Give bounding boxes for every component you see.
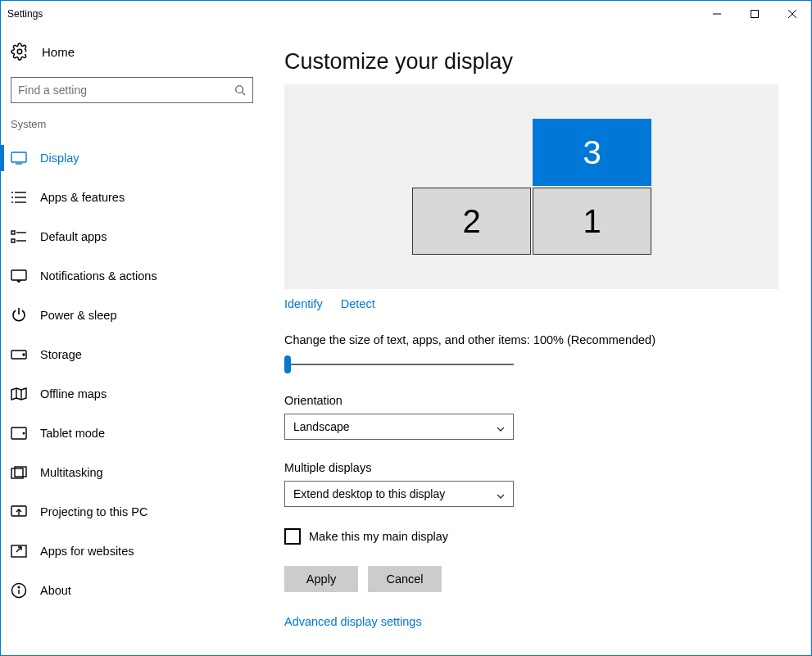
main-panel: Customize your display 3 2 1 Identify De… [263, 26, 811, 655]
nav-label: Multitasking [40, 466, 103, 479]
nav-notifications[interactable]: Notifications & actions [1, 256, 263, 296]
multiple-displays-value: Extend desktop to this display [293, 487, 445, 500]
project-icon [11, 504, 27, 519]
slider-track [284, 364, 514, 365]
monitor-2-label: 2 [462, 203, 480, 240]
nav-label: Apps for websites [40, 545, 134, 558]
nav-storage[interactable]: Storage [1, 335, 263, 374]
nav-label: Projecting to this PC [40, 505, 147, 518]
identify-link[interactable]: Identify [284, 297, 323, 310]
nav-label: Apps & features [40, 191, 125, 204]
svg-rect-7 [11, 152, 26, 162]
make-main-label: Make this my main display [309, 530, 448, 543]
identify-detect-row: Identify Detect [284, 297, 778, 310]
scale-slider[interactable] [284, 353, 514, 376]
nav-display[interactable]: Display [1, 138, 263, 178]
monitor-3-label: 3 [583, 134, 601, 171]
nav-label: Offline maps [40, 387, 107, 400]
cancel-button[interactable]: Cancel [368, 566, 442, 592]
maximize-button[interactable] [736, 1, 773, 26]
nav-label: Notifications & actions [40, 269, 157, 283]
sidebar: Home System Display Apps & f [1, 26, 263, 655]
multiple-displays-label: Multiple displays [284, 461, 778, 474]
search-input[interactable] [18, 84, 234, 97]
settings-window: Settings Home [0, 0, 812, 656]
defaults-icon [11, 229, 27, 244]
minimize-icon [713, 10, 721, 18]
apply-button[interactable]: Apply [284, 566, 358, 592]
chevron-down-icon [497, 423, 505, 431]
nav-apps-websites[interactable]: Apps for websites [1, 532, 263, 571]
search-wrap [1, 77, 263, 118]
orientation-select[interactable]: Landscape [284, 414, 514, 440]
minimize-button[interactable] [698, 1, 736, 26]
nav-label: Storage [40, 348, 82, 361]
storage-icon [11, 347, 27, 362]
tablet-icon [11, 426, 27, 441]
nav-default-apps[interactable]: Default apps [1, 217, 263, 256]
nav-label: Display [40, 152, 79, 165]
svg-line-6 [243, 93, 246, 96]
nav-list: Display Apps & features Default apps Not… [1, 138, 263, 610]
apply-cancel-row: Apply Cancel [284, 566, 778, 592]
close-icon [788, 10, 796, 18]
nav-about[interactable]: About [1, 571, 263, 610]
slider-thumb[interactable] [284, 355, 291, 373]
power-icon [11, 308, 27, 323]
advanced-display-link[interactable]: Advanced display settings [284, 615, 778, 628]
launch-icon [11, 544, 27, 559]
scale-label: Change the size of text, apps, and other… [284, 333, 778, 346]
svg-point-26 [23, 432, 25, 434]
monitor-3[interactable]: 3 [533, 119, 651, 186]
display-icon [11, 151, 27, 165]
notification-icon [11, 269, 27, 283]
nav-label: Default apps [40, 230, 107, 243]
orientation-label: Orientation [284, 394, 778, 407]
multiple-displays-select[interactable]: Extend desktop to this display [284, 481, 514, 507]
nav-multitasking[interactable]: Multitasking [1, 453, 263, 492]
close-button[interactable] [773, 1, 811, 26]
svg-point-4 [17, 49, 22, 54]
multitask-icon [11, 465, 27, 480]
search-box[interactable] [11, 77, 253, 103]
window-controls [698, 1, 811, 26]
page-heading: Customize your display [284, 49, 778, 75]
monitor-2[interactable]: 2 [412, 188, 531, 255]
chevron-down-icon [497, 490, 505, 498]
content-area: Home System Display Apps & f [1, 26, 811, 655]
apply-label: Apply [306, 572, 336, 586]
nav-label: Power & sleep [40, 309, 117, 322]
nav-offline-maps[interactable]: Offline maps [1, 374, 263, 414]
display-arrange-area[interactable]: 3 2 1 [284, 84, 778, 289]
info-icon [11, 583, 27, 598]
nav-label: Tablet mode [40, 427, 105, 440]
nav-power-sleep[interactable]: Power & sleep [1, 296, 263, 335]
map-icon [11, 387, 27, 401]
svg-rect-19 [11, 270, 26, 280]
svg-point-5 [236, 86, 243, 93]
nav-apps-features[interactable]: Apps & features [1, 178, 263, 217]
maximize-icon [751, 10, 759, 18]
home-label: Home [42, 45, 75, 59]
nav-tablet-mode[interactable]: Tablet mode [1, 414, 263, 453]
nav-projecting[interactable]: Projecting to this PC [1, 492, 263, 532]
svg-point-34 [18, 586, 20, 588]
detect-link[interactable]: Detect [341, 297, 375, 310]
make-main-checkbox[interactable] [284, 528, 301, 545]
monitor-1[interactable]: 1 [533, 188, 651, 255]
search-icon [234, 84, 246, 96]
monitor-1-label: 1 [583, 203, 601, 240]
cancel-label: Cancel [386, 572, 423, 586]
svg-rect-15 [11, 231, 15, 234]
svg-rect-17 [11, 239, 15, 242]
titlebar: Settings [1, 1, 811, 26]
orientation-value: Landscape [293, 420, 350, 433]
home-button[interactable]: Home [1, 43, 263, 77]
svg-rect-1 [751, 10, 759, 17]
group-system-label: System [1, 118, 263, 138]
list-icon [11, 190, 27, 205]
gear-icon [11, 43, 29, 61]
make-main-row[interactable]: Make this my main display [284, 528, 778, 545]
window-title: Settings [7, 8, 43, 20]
svg-point-22 [23, 354, 25, 355]
